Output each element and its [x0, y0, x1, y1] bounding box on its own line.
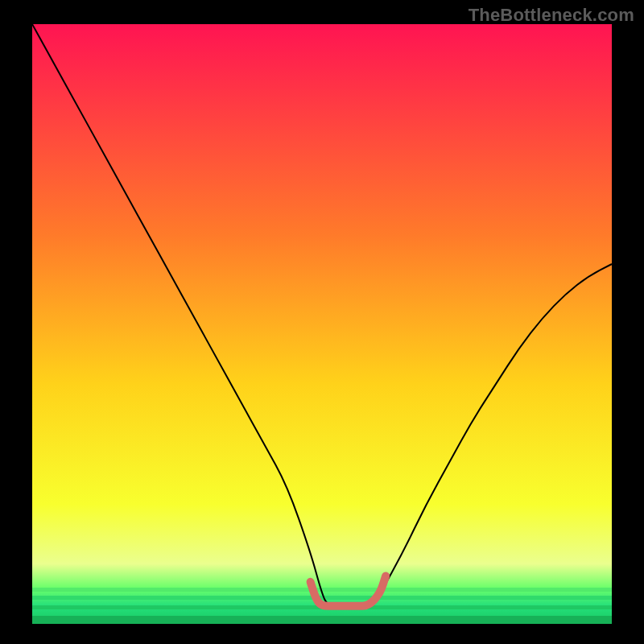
- gradient-background: [32, 24, 612, 624]
- green-band-4: [32, 616, 612, 624]
- chart-frame: TheBottleneck.com: [0, 0, 644, 644]
- chart-svg: [32, 24, 612, 624]
- watermark-text: TheBottleneck.com: [469, 5, 634, 26]
- green-band-2: [32, 596, 612, 600]
- plot-area: [32, 24, 612, 624]
